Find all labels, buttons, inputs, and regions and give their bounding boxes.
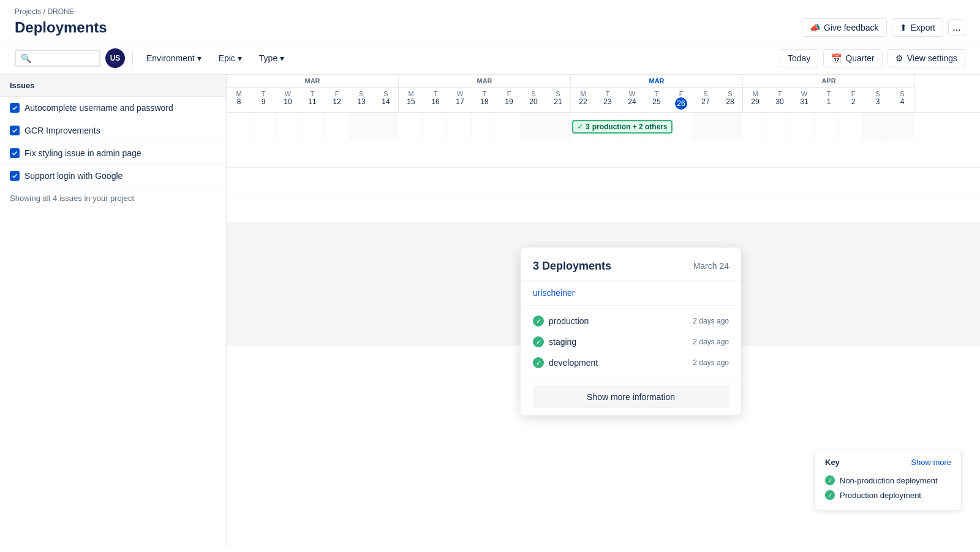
search-input[interactable] xyxy=(34,53,94,63)
day-cell: S28 xyxy=(718,88,742,112)
issue-item[interactable]: Autocomplete username and password xyxy=(0,97,226,119)
show-more-button[interactable]: Show more information xyxy=(533,386,729,408)
grid-col xyxy=(349,113,374,140)
legend-header: Key Show more xyxy=(825,458,951,467)
deployment-name-2: staging xyxy=(549,337,576,347)
grid-col xyxy=(276,113,300,140)
popup-user[interactable]: urischeiner xyxy=(521,281,741,306)
type-filter[interactable]: Type ▾ xyxy=(253,50,290,67)
quarter-button[interactable]: 📅 Quarter xyxy=(823,49,882,67)
environment-filter[interactable]: Environment ▾ xyxy=(140,50,208,67)
day-cell: T30 xyxy=(767,88,792,108)
day-cell: W31 xyxy=(792,88,816,108)
page-header: Deployments 📣 Give feedback ⬆ Export ... xyxy=(15,18,965,37)
epic-filter[interactable]: Epic ▾ xyxy=(213,50,248,67)
checkbox-3[interactable] xyxy=(10,148,20,158)
export-button[interactable]: ⬆ Export xyxy=(892,18,943,37)
calendar-header: MAR M8 T9 W10 T11 F12 S13 S14 MAR M15 T1… xyxy=(227,75,980,113)
export-icon: ⬆ xyxy=(900,23,907,32)
day-cell: T1 xyxy=(816,88,841,108)
day-cell-today: F26 xyxy=(669,88,693,112)
check-icon: ✓ xyxy=(577,123,583,131)
search-box[interactable]: 🔍 xyxy=(15,50,100,67)
grid-col xyxy=(300,113,325,140)
issue-item[interactable]: Fix styling issue in admin page xyxy=(0,142,226,165)
success-icon: ✓ xyxy=(533,357,544,368)
day-cell: M22 xyxy=(571,88,595,112)
issue-item[interactable]: GCR Improvements xyxy=(0,119,226,142)
issue-text-1: Autocomplete username and password xyxy=(24,103,173,113)
breadcrumb: Projects / DRONE xyxy=(15,7,965,16)
day-cell: F19 xyxy=(497,88,521,108)
legend-item-2: ✓ Production deployment xyxy=(825,488,951,502)
issue-item[interactable]: Support login with Google xyxy=(0,165,226,187)
deployment-item-2: ✓ staging 2 days ago xyxy=(533,331,729,352)
top-bar: Projects / DRONE Deployments 📣 Give feed… xyxy=(0,0,980,42)
month-group-3: MAR M22 T23 W24 T25 F26 S27 S28 xyxy=(571,75,743,112)
grid-col xyxy=(496,113,521,140)
checkbox-4[interactable] xyxy=(10,171,20,181)
day-cell: T9 xyxy=(251,88,276,108)
issues-panel: Issues Autocomplete username and passwor… xyxy=(0,75,227,547)
deployment-time-3: 2 days ago xyxy=(693,358,729,367)
day-cell: F2 xyxy=(841,88,865,108)
breadcrumb-projects[interactable]: Projects xyxy=(15,7,41,16)
page-title: Deployments xyxy=(15,19,107,36)
day-cell: F12 xyxy=(325,88,349,108)
month-label-1: MAR xyxy=(227,75,398,88)
grid-col xyxy=(325,113,349,140)
feedback-button[interactable]: 📣 Give feedback xyxy=(802,18,887,37)
grid-col xyxy=(864,113,888,140)
search-icon: 🔍 xyxy=(21,53,31,63)
legend-title: Key xyxy=(825,458,840,467)
deployment-item-3: ✓ development 2 days ago xyxy=(533,352,729,373)
divider xyxy=(132,51,133,66)
grid-col xyxy=(521,113,545,140)
avatar[interactable]: US xyxy=(105,48,125,68)
today-button[interactable]: Today xyxy=(780,49,818,67)
toolbar: 🔍 US Environment ▾ Epic ▾ Type ▾ Today 📅… xyxy=(0,42,980,75)
legend-icon-1: ✓ xyxy=(825,475,835,485)
grid-col xyxy=(790,113,815,140)
deployment-left: ✓ staging xyxy=(533,336,576,347)
calendar-row-3 xyxy=(227,168,980,195)
main-layout: Issues Autocomplete username and passwor… xyxy=(0,75,980,547)
grid-col xyxy=(227,113,251,140)
legend-show-more-link[interactable]: Show more xyxy=(911,458,951,467)
grid-col xyxy=(839,113,864,140)
day-cell: W17 xyxy=(448,88,472,108)
day-cell: T11 xyxy=(300,88,325,108)
grid-col xyxy=(545,113,570,140)
calendar-row-4 xyxy=(227,195,980,223)
month-label-3: MAR xyxy=(571,75,742,88)
deployment-item-1: ✓ production 2 days ago xyxy=(533,311,729,331)
more-options-button[interactable]: ... xyxy=(948,19,965,36)
day-cell: S4 xyxy=(890,88,914,108)
grid-col xyxy=(741,113,766,140)
view-settings-button[interactable]: ⚙ View settings xyxy=(888,49,965,67)
day-cell: T18 xyxy=(472,88,497,108)
month-label-2: MAR xyxy=(399,75,570,88)
legend: Key Show more ✓ Non-production deploymen… xyxy=(815,450,962,510)
grid-col xyxy=(251,113,276,140)
day-cell: M8 xyxy=(227,88,251,108)
issue-text-3: Fix styling issue in admin page xyxy=(24,148,141,158)
checkbox-2[interactable] xyxy=(10,126,20,135)
toolbar-right: Today 📅 Quarter ⚙ View settings xyxy=(780,49,965,67)
grid-col xyxy=(717,113,741,140)
day-cell: S3 xyxy=(865,88,890,108)
month-group-1: MAR M8 T9 W10 T11 F12 S13 S14 xyxy=(227,75,399,112)
deployment-badge-label: production + 2 others xyxy=(592,123,668,131)
grid-col xyxy=(472,113,496,140)
issues-header: Issues xyxy=(0,75,226,97)
deployment-badge[interactable]: ✓ 3 production + 2 others xyxy=(572,120,673,134)
issue-text-4: Support login with Google xyxy=(24,171,123,181)
megaphone-icon: 📣 xyxy=(810,23,820,32)
checkbox-1[interactable] xyxy=(10,103,20,113)
popup-header: 3 Deployments March 24 xyxy=(521,248,741,281)
grid-col xyxy=(398,113,423,140)
deployment-time-1: 2 days ago xyxy=(693,317,729,325)
day-cell: S13 xyxy=(349,88,374,108)
day-cell: M29 xyxy=(743,88,767,108)
grid-col xyxy=(423,113,447,140)
